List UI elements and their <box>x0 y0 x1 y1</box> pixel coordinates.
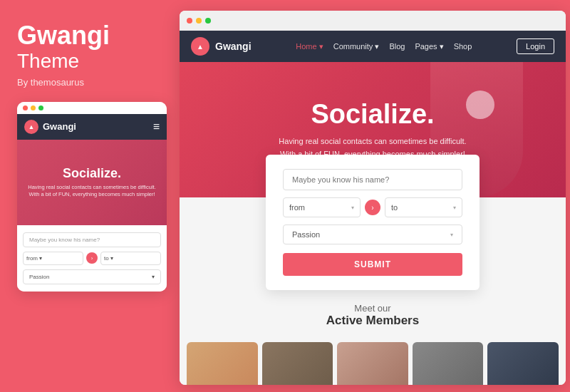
mobile-nav-brand: ▲ Gwangi <box>24 120 76 134</box>
to-label: to <box>391 203 398 212</box>
browser-logo-icon: ▲ <box>191 37 209 56</box>
mobile-from-label: from <box>26 255 38 262</box>
browser-mockup: ▲ Gwangi Home ▾ Community ▾ Blog Pages ▾… <box>180 11 566 385</box>
member-card-5[interactable] <box>487 342 559 385</box>
mobile-age-row: from ▾ › to ▾ <box>23 252 161 265</box>
nav-link-home[interactable]: Home ▾ <box>296 42 323 51</box>
mobile-dot-red <box>23 105 28 110</box>
mobile-hero-text: Having real social contacts can sometime… <box>28 184 156 199</box>
browser-brand-label: Gwangi <box>215 41 252 52</box>
mobile-hero: Socialize. Having real social contacts c… <box>17 140 167 225</box>
to-select[interactable]: to ▾ <box>385 197 462 217</box>
nav-link-shop[interactable]: Shop <box>454 42 472 51</box>
passion-select[interactable]: Passion ▾ <box>283 225 462 244</box>
members-row <box>180 336 566 385</box>
mobile-nav: ▲ Gwangi ≡ <box>17 114 167 140</box>
login-button[interactable]: Login <box>517 38 554 54</box>
mobile-top-bar <box>17 102 167 114</box>
mobile-mockup: ▲ Gwangi ≡ Socialize. Having real social… <box>17 102 167 292</box>
age-range-row: from ▾ › to ▾ <box>283 197 462 217</box>
to-chevron: ▾ <box>453 205 456 211</box>
browser-dot-green <box>205 18 211 24</box>
mobile-from-select[interactable]: from ▾ <box>23 252 83 265</box>
brand-title: Gwangi <box>17 21 160 50</box>
mobile-to-label: to <box>104 255 109 262</box>
browser-top-bar <box>180 11 566 31</box>
mobile-from-chevron: ▾ <box>39 255 42 262</box>
browser-dot-yellow <box>196 18 202 24</box>
meet-section: Meet our Active Members <box>180 297 566 336</box>
mobile-to-select[interactable]: to ▾ <box>100 252 161 265</box>
mobile-dot-green <box>38 105 43 110</box>
mobile-brand-label: Gwangi <box>43 121 76 132</box>
from-chevron: ▾ <box>351 205 354 211</box>
nav-link-blog[interactable]: Blog <box>389 42 405 51</box>
submit-button[interactable]: SUBMIT <box>283 253 462 276</box>
age-arrow-icon: › <box>365 200 380 215</box>
mobile-dot-yellow <box>31 105 36 110</box>
mobile-passion-chevron: ▾ <box>152 274 155 280</box>
mobile-search-section: Maybe you know his name? from ▾ › to ▾ P… <box>17 225 167 292</box>
mobile-to-chevron: ▾ <box>110 255 113 262</box>
search-card: from ▾ › to ▾ Passion ▾ SUBMIT <box>266 155 480 290</box>
mobile-hero-content: Socialize. Having real social contacts c… <box>28 166 156 199</box>
from-select[interactable]: from ▾ <box>283 197 361 217</box>
member-card-4[interactable] <box>413 342 484 385</box>
passion-label: Passion <box>292 230 320 239</box>
browser-brand: ▲ Gwangi <box>191 37 252 56</box>
brand-subtitle: Theme <box>17 50 160 73</box>
mobile-hero-title: Socialize. <box>28 166 156 181</box>
left-panel: Gwangi Theme By themosaurus ▲ Gwangi ≡ S… <box>0 0 177 392</box>
from-label: from <box>289 203 305 212</box>
browser-hero-title: Socialize. <box>279 99 466 130</box>
mobile-passion-select[interactable]: Passion ▾ <box>23 269 161 284</box>
nav-link-community[interactable]: Community ▾ <box>333 42 380 51</box>
member-card-3[interactable] <box>337 342 408 385</box>
browser-hero-content: Socialize. Having real social contacts c… <box>279 99 466 160</box>
hero-circle <box>466 91 494 119</box>
hamburger-icon[interactable]: ≡ <box>153 120 160 133</box>
browser-navbar: ▲ Gwangi Home ▾ Community ▾ Blog Pages ▾… <box>180 31 566 62</box>
mobile-search-placeholder: Maybe you know his name? <box>29 237 100 243</box>
search-name-input[interactable] <box>283 169 462 190</box>
browser-hero-text: Having real social contacts can sometime… <box>279 135 466 160</box>
passion-chevron: ▾ <box>450 232 453 238</box>
nav-link-pages[interactable]: Pages ▾ <box>415 42 443 51</box>
meet-subtitle: Meet our <box>180 303 566 314</box>
mobile-arrow-btn[interactable]: › <box>86 252 98 264</box>
brand-by: By themosaurus <box>17 77 160 88</box>
member-card-2[interactable] <box>262 342 333 385</box>
mobile-logo-icon: ▲ <box>24 120 38 134</box>
member-card-1[interactable] <box>187 342 258 385</box>
browser-nav-links: Home ▾ Community ▾ Blog Pages ▾ Shop <box>296 42 472 51</box>
mobile-passion-label: Passion <box>29 274 49 280</box>
browser-dot-red <box>187 18 192 24</box>
mobile-search-input[interactable]: Maybe you know his name? <box>23 232 161 247</box>
meet-title: Active Members <box>180 314 566 328</box>
